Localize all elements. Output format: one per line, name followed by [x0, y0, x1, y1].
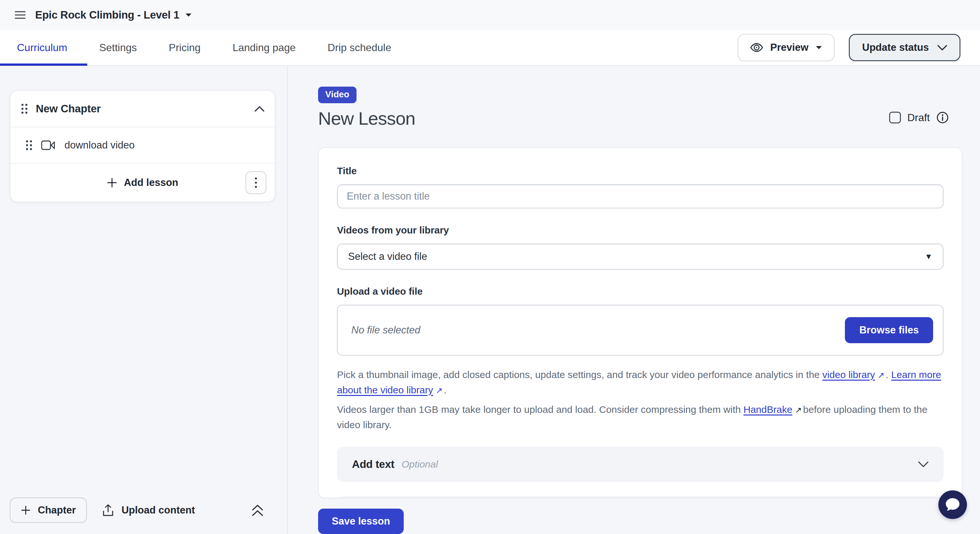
active-tab-indicator	[0, 64, 87, 66]
preview-button[interactable]: Preview	[738, 34, 834, 61]
chat-launcher-button[interactable]	[938, 490, 967, 519]
hamburger-menu-button[interactable]	[11, 6, 29, 24]
lesson-title: download video	[64, 139, 134, 151]
compression-help-text: Videos larger than 1GB may take longer t…	[337, 402, 943, 432]
video-library-select[interactable]: Select a video file ▼	[337, 243, 943, 270]
chat-bubble-icon	[945, 497, 960, 512]
chapter-title: New Chapter	[36, 103, 255, 115]
section-hint: Optional	[401, 459, 438, 470]
link-label: video library	[822, 369, 875, 380]
chapter-options-button[interactable]	[245, 171, 266, 194]
help-text: Pick a thumbnail image, add closed capti…	[337, 369, 822, 380]
content: New Chapter download video	[0, 66, 980, 534]
video-library-help-text: Pick a thumbnail image, add closed capti…	[337, 367, 943, 397]
upload-content-button[interactable]: Upload content	[103, 504, 195, 517]
chevron-down-icon	[918, 461, 929, 467]
tab-landing-page[interactable]: Landing page	[232, 42, 296, 54]
lesson-form-card: Title Videos from your library Select a …	[318, 147, 963, 498]
tab-curriculum[interactable]: Curriculum	[17, 42, 67, 54]
tabs: Curriculum Settings Pricing Landing page…	[0, 42, 391, 54]
sidebar-footer: Chapter Upload content	[0, 486, 287, 534]
tab-label: Curriculum	[17, 42, 67, 53]
link-label: HandBrake	[744, 404, 792, 415]
header-actions: Preview Update status	[738, 34, 961, 61]
add-lesson-button[interactable]: Add lesson	[107, 177, 178, 189]
update-status-label: Update status	[862, 42, 929, 53]
tab-label: Settings	[99, 42, 137, 53]
help-text: .	[444, 385, 446, 395]
plus-icon	[107, 178, 117, 188]
plus-icon	[21, 505, 30, 515]
upload-field-group: Upload a video file No file selected Bro…	[337, 286, 943, 432]
draft-control: Draft	[889, 111, 949, 124]
lesson-editor: Video New Lesson Draft Title Vide	[288, 66, 980, 534]
collapse-all-button[interactable]	[251, 504, 264, 517]
drag-handle-icon[interactable]	[21, 103, 28, 114]
lesson-type-badge: Video	[318, 87, 356, 103]
tab-label: Landing page	[232, 42, 296, 53]
lesson-header: Video New Lesson Draft	[318, 87, 963, 129]
tabbar: Curriculum Settings Pricing Landing page…	[0, 30, 980, 66]
lesson-title-input[interactable]	[337, 184, 943, 208]
chapter-header[interactable]: New Chapter	[10, 91, 275, 127]
tab-settings[interactable]: Settings	[99, 42, 137, 54]
library-field-group: Videos from your library Select a video …	[337, 225, 943, 270]
drag-handle-icon[interactable]	[25, 139, 33, 151]
help-text: .	[886, 369, 891, 380]
tab-pricing[interactable]: Pricing	[169, 42, 200, 54]
video-camera-icon	[41, 140, 55, 151]
external-link-icon: ↗	[795, 405, 802, 415]
tab-label: Pricing	[169, 42, 200, 53]
video-library-link[interactable]: video library↗	[822, 369, 886, 380]
tab-label: Drip schedule	[328, 42, 391, 53]
tab-drip-schedule[interactable]: Drip schedule	[328, 42, 391, 54]
topbar: Epic Rock Climbing - Level 1	[0, 0, 980, 30]
handbrake-link[interactable]: HandBrake↗	[744, 404, 803, 415]
double-chevron-up-icon	[251, 504, 264, 517]
chevron-down-icon	[937, 45, 947, 51]
upload-content-label: Upload content	[121, 504, 195, 516]
save-lesson-button[interactable]: Save lesson	[318, 509, 404, 534]
course-builder-page: Epic Rock Climbing - Level 1 Curriculum …	[0, 0, 980, 534]
library-field-label: Videos from your library	[337, 225, 943, 236]
help-text: Videos larger than 1GB may take longer t…	[337, 404, 744, 415]
external-link-icon: ↗	[436, 386, 442, 395]
preview-label: Preview	[770, 42, 808, 53]
upload-icon	[103, 504, 114, 517]
curriculum-sidebar: New Chapter download video	[0, 66, 288, 534]
title-field-label: Title	[337, 165, 943, 176]
select-caret-icon: ▼	[925, 252, 932, 261]
caret-down-icon	[816, 46, 822, 49]
eye-icon	[750, 43, 763, 52]
add-chapter-button[interactable]: Chapter	[10, 497, 87, 523]
course-switcher[interactable]: Epic Rock Climbing - Level 1	[35, 9, 192, 21]
hamburger-icon	[15, 11, 26, 19]
upload-field-label: Upload a video file	[337, 286, 943, 297]
update-status-button[interactable]: Update status	[849, 34, 961, 61]
kebab-icon	[255, 176, 257, 189]
add-downloads-section[interactable]: Add downloads Optional	[337, 496, 943, 498]
add-text-section[interactable]: Add text Optional	[337, 447, 943, 482]
section-label: Add text	[352, 458, 394, 470]
title-field-group: Title	[337, 165, 943, 208]
lesson-item[interactable]: download video	[10, 127, 275, 163]
course-title: Epic Rock Climbing - Level 1	[35, 9, 180, 21]
add-chapter-label: Chapter	[38, 504, 76, 516]
draft-label: Draft	[907, 112, 930, 124]
caret-down-icon	[185, 13, 192, 17]
chevron-up-icon[interactable]	[255, 106, 264, 112]
selected-option-label: Select a video file	[348, 251, 427, 262]
file-drop-zone[interactable]: No file selected Browse files	[337, 305, 943, 356]
lesson-heading-group: Video New Lesson	[318, 87, 415, 129]
external-link-icon: ↗	[878, 370, 885, 380]
info-icon[interactable]	[936, 111, 949, 124]
draft-checkbox[interactable]	[889, 112, 901, 123]
lesson-page-title: New Lesson	[318, 108, 415, 129]
browse-files-button[interactable]: Browse files	[845, 317, 933, 343]
add-lesson-label: Add lesson	[124, 177, 178, 189]
chapter-footer-row: Add lesson	[10, 164, 275, 202]
chapter-card: New Chapter download video	[10, 90, 275, 202]
no-file-text: No file selected	[347, 324, 420, 336]
